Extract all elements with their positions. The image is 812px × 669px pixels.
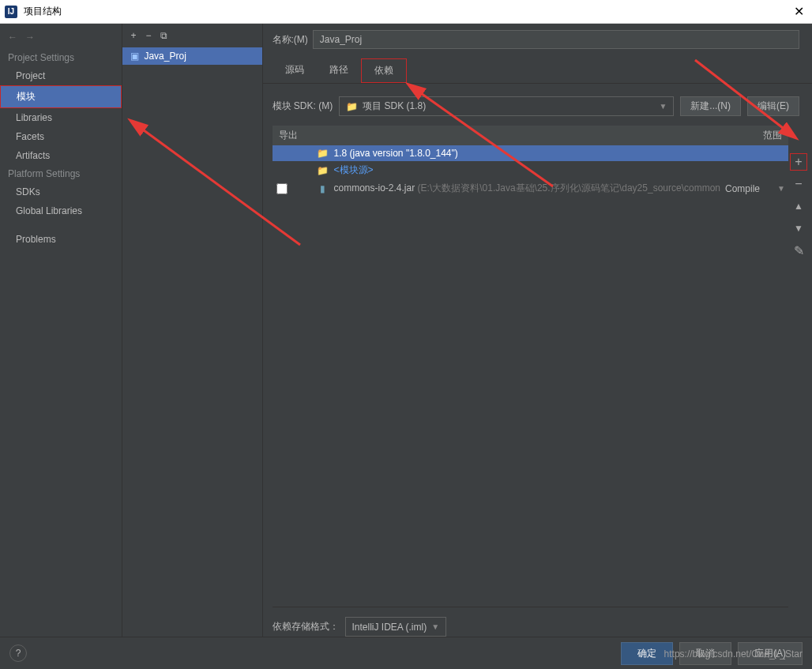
sidebar-item-sdks[interactable]: SDKs bbox=[0, 182, 122, 201]
sidebar-item-libraries[interactable]: Libraries bbox=[0, 108, 122, 127]
folder-icon: 📁 bbox=[317, 165, 329, 176]
chevron-down-icon: ▼ bbox=[659, 102, 667, 111]
dependency-row-module-src[interactable]: 📁 <模块源> bbox=[273, 161, 789, 179]
sdk-row: 模块 SDK: (M) 📁 项目 SDK (1.8) ▼ 新建...(N) 编辑… bbox=[263, 84, 813, 126]
close-icon[interactable]: ✕ bbox=[791, 4, 807, 19]
main-content: ← → Project Settings Project 模块 Librarie… bbox=[0, 24, 812, 637]
edit-icon[interactable]: ✎ bbox=[790, 242, 807, 259]
storage-dropdown[interactable]: IntelliJ IDEA (.iml) ▼ bbox=[345, 617, 447, 637]
storage-label: 依赖存储格式： bbox=[273, 620, 339, 633]
folder-icon: 📁 bbox=[317, 148, 329, 159]
sidebar-item-artifacts[interactable]: Artifacts bbox=[0, 146, 122, 165]
sidebar-item-project[interactable]: Project bbox=[0, 66, 122, 85]
new-sdk-button[interactable]: 新建...(N) bbox=[680, 96, 741, 116]
add-module-icon[interactable]: + bbox=[130, 30, 136, 41]
dialog-footer: ? 确定 取消 应用(A) https://blog.csdn.net/One_… bbox=[0, 637, 812, 669]
module-list-panel: + − ⧉ ▣ Java_Proj bbox=[122, 24, 262, 637]
ok-button[interactable]: 确定 bbox=[621, 642, 673, 665]
edit-sdk-button[interactable]: 编辑(E) bbox=[747, 96, 799, 116]
tab-paths[interactable]: 路径 bbox=[317, 58, 361, 83]
sidebar-item-modules[interactable]: 模块 bbox=[0, 85, 122, 108]
dependency-list: 📁 1.8 (java version "1.8.0_144") 📁 <模块源>… bbox=[273, 145, 789, 607]
chevron-down-icon: ▼ bbox=[431, 622, 439, 631]
name-label: 名称:(M) bbox=[273, 33, 308, 47]
module-toolbar: + − ⧉ bbox=[122, 24, 261, 47]
storage-value: IntelliJ IDEA (.iml) bbox=[352, 622, 427, 633]
titlebar: IJ 项目结构 ✕ bbox=[0, 0, 812, 24]
right-panel: 名称:(M) 源码 路径 依赖 模块 SDK: (M) 📁 项目 SDK (1.… bbox=[263, 24, 813, 637]
tab-source[interactable]: 源码 bbox=[273, 58, 317, 83]
jar-icon: ▮ bbox=[317, 183, 329, 194]
sidebar-item-facets[interactable]: Facets bbox=[0, 127, 122, 146]
left-sidebar: ← → Project Settings Project 模块 Librarie… bbox=[0, 24, 122, 637]
export-header: 导出 bbox=[279, 129, 735, 142]
dependency-side-buttons: + − ▲ ▼ ✎ bbox=[790, 153, 807, 259]
scope-header: 范围 bbox=[735, 129, 782, 142]
module-item-selected[interactable]: ▣ Java_Proj bbox=[122, 47, 261, 65]
add-dependency-button[interactable]: + bbox=[790, 153, 807, 171]
tabs: 源码 路径 依赖 bbox=[263, 58, 813, 84]
cancel-button[interactable]: 取消 bbox=[679, 642, 731, 665]
copy-module-icon[interactable]: ⧉ bbox=[160, 30, 167, 41]
dependency-text: <模块源> bbox=[334, 163, 737, 177]
sdk-value: 项目 SDK (1.8) bbox=[363, 100, 426, 113]
remove-module-icon[interactable]: − bbox=[145, 30, 151, 41]
dependency-row-sdk[interactable]: 📁 1.8 (java version "1.8.0_144") bbox=[273, 145, 789, 161]
sdk-dropdown[interactable]: 📁 项目 SDK (1.8) ▼ bbox=[339, 96, 674, 116]
platform-settings-header: Platform Settings bbox=[0, 165, 122, 182]
name-row: 名称:(M) bbox=[263, 30, 813, 58]
scope-value[interactable]: Compile bbox=[725, 183, 773, 194]
project-settings-header: Project Settings bbox=[0, 49, 122, 66]
apply-button[interactable]: 应用(A) bbox=[738, 642, 803, 665]
chevron-down-icon[interactable]: ▼ bbox=[777, 184, 788, 193]
nav-arrows: ← → bbox=[0, 24, 122, 49]
dependency-text: 1.8 (java version "1.8.0_144") bbox=[334, 148, 737, 159]
sidebar-item-problems[interactable]: Problems bbox=[0, 230, 122, 249]
sdk-label: 模块 SDK: (M) bbox=[273, 100, 333, 113]
sidebar-item-global-libraries[interactable]: Global Libraries bbox=[0, 201, 122, 220]
nav-back-icon[interactable]: ← bbox=[8, 32, 17, 43]
app-icon: IJ bbox=[5, 6, 17, 18]
module-item-label: Java_Proj bbox=[144, 51, 186, 62]
dependency-table-header: 导出 范围 bbox=[273, 126, 789, 145]
folder-icon: 📁 bbox=[346, 101, 358, 112]
nav-forward-icon[interactable]: → bbox=[25, 32, 35, 43]
help-button[interactable]: ? bbox=[9, 645, 27, 662]
dependency-text: commons-io-2.4.jar (E:\大数据资料\01.Java基础\2… bbox=[334, 182, 721, 195]
module-folder-icon: ▣ bbox=[130, 51, 139, 62]
move-down-icon[interactable]: ▼ bbox=[790, 220, 807, 237]
export-checkbox[interactable] bbox=[276, 183, 288, 194]
remove-dependency-button[interactable]: − bbox=[790, 175, 807, 193]
storage-row: 依赖存储格式： IntelliJ IDEA (.iml) ▼ bbox=[263, 607, 813, 637]
window-title: 项目结构 bbox=[24, 5, 62, 18]
dependency-row-jar[interactable]: ▮ commons-io-2.4.jar (E:\大数据资料\01.Java基础… bbox=[273, 179, 789, 197]
module-name-input[interactable] bbox=[313, 30, 799, 49]
move-up-icon[interactable]: ▲ bbox=[790, 197, 807, 215]
tab-dependencies[interactable]: 依赖 bbox=[361, 58, 407, 83]
